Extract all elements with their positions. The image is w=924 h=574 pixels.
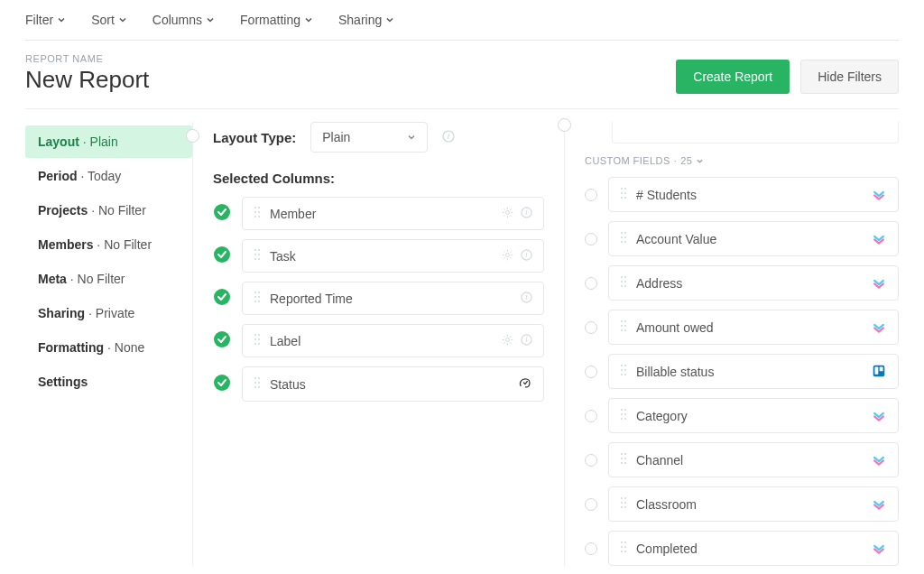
trello-icon <box>873 365 887 379</box>
drag-handle-icon[interactable] <box>620 231 627 246</box>
check-icon <box>213 288 231 309</box>
panel-radio-layout[interactable] <box>186 129 199 143</box>
sidebar-item-layout[interactable]: Layout · Plain <box>25 125 192 158</box>
svg-point-28 <box>258 301 260 302</box>
svg-point-4 <box>258 207 260 208</box>
svg-point-12 <box>214 246 230 263</box>
drag-handle-icon[interactable] <box>254 248 261 264</box>
svg-point-32 <box>254 334 256 336</box>
gear-icon[interactable] <box>502 207 513 221</box>
panel-radio-fields[interactable] <box>558 118 571 132</box>
sidebar-item-value: · No Filter <box>88 203 146 218</box>
field-chip[interactable]: Channel <box>608 442 899 477</box>
drag-handle-icon[interactable] <box>620 408 627 423</box>
sidebar-item-meta[interactable]: Meta · No Filter <box>25 263 192 295</box>
sidebar-item-value: · None <box>104 340 144 355</box>
sidebar-item-key: Layout <box>38 134 79 149</box>
chevron-down-icon <box>407 133 416 142</box>
column-chip[interactable]: Task i <box>242 239 544 273</box>
info-icon[interactable]: i <box>521 249 532 264</box>
svg-point-46 <box>254 386 256 388</box>
toolbar-sort[interactable]: Sort <box>91 13 127 27</box>
drag-handle-icon[interactable] <box>620 541 627 556</box>
toolbar-formatting[interactable]: Formatting <box>240 13 313 27</box>
field-radio[interactable] <box>585 189 597 201</box>
field-chip[interactable]: Billable status <box>608 354 899 389</box>
drag-handle-icon[interactable] <box>620 364 627 379</box>
column-chip[interactable]: Reported Time i <box>242 282 544 315</box>
sidebar-item-sharing[interactable]: Sharing · Private <box>25 297 192 329</box>
info-icon[interactable]: i <box>521 292 532 306</box>
toolbar-sharing[interactable]: Sharing <box>338 13 394 27</box>
field-radio[interactable] <box>585 321 597 334</box>
sidebar-item-formatting[interactable]: Formatting · None <box>25 331 192 364</box>
info-icon[interactable]: i <box>521 207 532 221</box>
drag-handle-icon[interactable] <box>620 496 627 512</box>
svg-point-9 <box>506 210 510 214</box>
drag-handle-icon[interactable] <box>620 187 627 202</box>
svg-point-18 <box>258 258 260 260</box>
chevron-down-icon <box>304 15 313 24</box>
svg-point-2 <box>214 204 230 220</box>
field-radio[interactable] <box>585 498 597 511</box>
svg-point-6 <box>258 211 260 213</box>
column-chip[interactable]: Label i <box>242 324 544 357</box>
column-chip[interactable]: Status <box>242 366 544 402</box>
drag-handle-icon[interactable] <box>254 333 261 348</box>
field-radio[interactable] <box>585 454 597 467</box>
drag-handle-icon[interactable] <box>254 291 261 306</box>
info-icon[interactable]: i <box>521 334 532 348</box>
svg-point-67 <box>624 320 626 322</box>
drag-handle-icon[interactable] <box>620 275 627 291</box>
sidebar-item-period[interactable]: Period · Today <box>25 160 192 192</box>
toolbar-columns[interactable]: Columns <box>152 13 215 27</box>
svg-point-86 <box>624 418 626 420</box>
field-chip[interactable]: # Students <box>608 177 899 212</box>
drag-handle-icon[interactable] <box>254 376 261 392</box>
gear-icon[interactable] <box>502 249 513 264</box>
svg-point-5 <box>254 211 256 213</box>
svg-point-13 <box>254 249 256 251</box>
field-chip[interactable]: Amount owed <box>608 310 899 345</box>
field-radio[interactable] <box>585 366 597 378</box>
clickup-icon <box>873 232 887 246</box>
svg-point-36 <box>254 343 256 345</box>
custom-fields-toggle[interactable]: CUSTOM FIELDS · 25 <box>585 155 704 166</box>
gear-icon[interactable] <box>502 334 513 348</box>
svg-point-56 <box>621 236 623 238</box>
status-sync-icon[interactable] <box>518 375 532 393</box>
field-radio[interactable] <box>585 542 597 555</box>
svg-point-45 <box>258 382 260 384</box>
field-row: Account Value <box>585 221 899 256</box>
drag-handle-icon[interactable] <box>254 206 261 221</box>
svg-point-62 <box>621 281 623 282</box>
field-chip[interactable]: Address <box>608 265 899 301</box>
sidebar-item-members[interactable]: Members · No Filter <box>25 228 192 261</box>
sidebar-item-projects[interactable]: Projects · No Filter <box>25 194 192 227</box>
sidebar-item-settings[interactable]: Settings <box>25 366 192 398</box>
layout-type-select[interactable]: Plain <box>310 122 428 153</box>
field-radio[interactable] <box>585 233 597 245</box>
svg-point-27 <box>254 301 256 302</box>
svg-point-72 <box>621 365 623 366</box>
field-chip[interactable]: Account Value <box>608 221 899 256</box>
column-actions: i <box>521 292 532 306</box>
field-radio[interactable] <box>585 410 597 422</box>
drag-handle-icon[interactable] <box>620 452 627 468</box>
svg-point-50 <box>621 192 623 194</box>
field-chip[interactable]: Completed <box>608 531 899 566</box>
custom-fields-panel: CUSTOM FIELDS · 25 # Students Account Va… <box>565 122 899 566</box>
svg-point-101 <box>621 546 623 548</box>
svg-point-94 <box>624 497 626 499</box>
field-chip[interactable]: Category <box>608 398 899 433</box>
create-report-button[interactable]: Create Report <box>676 60 790 94</box>
svg-point-47 <box>258 386 260 388</box>
hide-filters-button[interactable]: Hide Filters <box>800 60 899 94</box>
column-chip[interactable]: Member i <box>242 197 544 230</box>
field-chip[interactable]: Classroom <box>608 486 899 522</box>
info-icon[interactable]: i <box>442 130 455 145</box>
column-label: Task <box>270 249 493 264</box>
drag-handle-icon[interactable] <box>620 319 627 335</box>
field-radio[interactable] <box>585 277 597 290</box>
toolbar-filter[interactable]: Filter <box>25 13 66 27</box>
